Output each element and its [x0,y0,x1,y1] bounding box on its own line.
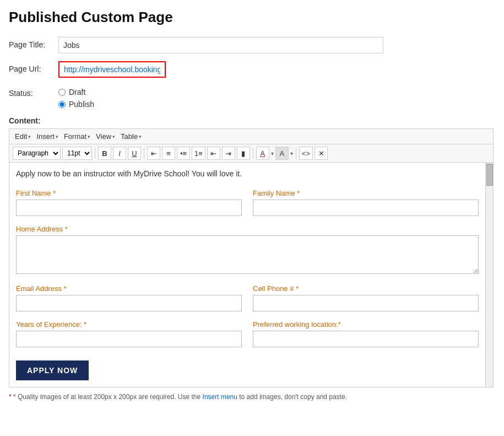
toolbar-divider-3 [253,148,253,159]
menu-insert[interactable]: Insert ▾ [34,131,61,142]
page-url-label: Page Url: [9,61,58,73]
format-chevron-icon: ▾ [88,134,90,139]
bullets-button[interactable]: •≡ [177,147,190,160]
email-phone-row: Email Address * Cell Phone # * [16,284,479,311]
status-label: Status: [9,85,58,98]
font-color-chevron[interactable]: ▾ [271,150,274,157]
editor-wrapper: Edit ▾ Insert ▾ Format ▾ View ▾ Table ▾ … [9,128,494,387]
page-main-title: Published Custom Page [9,9,495,26]
status-draft-label: Draft [69,88,85,96]
working-location-field[interactable] [253,331,479,347]
status-publish-option[interactable]: Publish [58,100,495,109]
scrollbar-thumb[interactable] [486,164,493,186]
status-publish-radio[interactable] [58,101,66,108]
menu-table[interactable]: Table ▾ [118,131,144,142]
numbered-button[interactable]: 1≡ [192,147,205,160]
bold-button[interactable]: B [98,147,111,160]
email-col: Email Address * [16,284,242,311]
experience-field[interactable] [16,331,242,347]
content-label: Content: [9,116,495,125]
editor-content[interactable]: Apply now to be an instructor with MyDri… [9,163,485,387]
cell-phone-label: Cell Phone # * [253,284,479,293]
page-url-input[interactable] [58,61,166,78]
bg-color-button[interactable]: A [275,147,289,160]
status-publish-label: Publish [69,100,94,109]
email-field[interactable] [16,295,242,311]
intro-text: Apply now to be an instructor with MyDri… [16,169,479,178]
cell-phone-col: Cell Phone # * [253,284,479,311]
indent-more-button[interactable]: ⇥ [222,147,235,160]
working-location-label: Preferred working location:* [253,320,479,329]
experience-col: Years of Experience: * [16,320,242,347]
apply-now-button[interactable]: APPLY NOW [16,360,89,380]
edit-chevron-icon: ▾ [28,134,31,139]
menu-edit[interactable]: Edit ▾ [13,131,33,142]
block-button[interactable]: ▮ [237,147,250,160]
font-size-select[interactable]: 11pt [62,147,92,160]
home-address-field[interactable] [16,235,479,274]
insert-chevron-icon: ▾ [56,134,58,139]
footer-note-suffix: to add images, don't copy and paste. [237,393,347,401]
table-chevron-icon: ▾ [139,134,142,139]
page-title-input[interactable] [58,37,383,53]
editor-toolbar: Paragraph 11pt B I U ⇤ ≡ •≡ 1≡ ⇤ ⇥ ▮ A ▾… [9,144,493,163]
align-left-button[interactable]: ⇤ [147,147,160,160]
experience-label: Years of Experience: * [16,320,242,329]
location-col: Preferred working location:* [253,320,479,347]
menu-view[interactable]: View ▾ [94,131,117,142]
footer-note: * * Quality images of at least 200px x 2… [9,393,494,401]
first-name-field[interactable] [16,200,242,216]
editor-menubar: Edit ▾ Insert ▾ Format ▾ View ▾ Table ▾ [9,129,493,144]
clear-format-button[interactable]: ✕ [315,147,328,160]
code-button[interactable]: <> [299,147,313,160]
toolbar-divider-2 [144,148,144,159]
font-color-button[interactable]: A [256,147,269,160]
toolbar-divider-1 [95,148,95,159]
experience-location-row: Years of Experience: * Preferred working… [16,320,479,347]
family-name-label: Family Name * [253,189,479,197]
status-draft-option[interactable]: Draft [58,88,495,96]
first-name-col: First Name * [16,189,242,216]
family-name-field[interactable] [253,200,479,216]
home-address-label: Home Address * [16,225,479,233]
address-row: Home Address * [16,225,479,276]
underline-button[interactable]: U [128,147,141,160]
insert-menu-link[interactable]: Insert menu [203,393,237,401]
paragraph-select[interactable]: Paragraph [13,147,61,160]
email-label: Email Address * [16,284,242,293]
bg-color-chevron[interactable]: ▾ [290,150,293,157]
family-name-col: Family Name * [253,189,479,216]
footer-note-prefix: * Quality images of at least 200px x 200… [13,393,203,401]
asterisk-symbol: * [9,393,12,401]
status-draft-radio[interactable] [58,89,66,96]
menu-format[interactable]: Format ▾ [62,131,93,142]
cell-phone-field[interactable] [253,295,479,311]
indent-less-button[interactable]: ⇤ [207,147,220,160]
view-chevron-icon: ▾ [112,134,115,139]
name-row: First Name * Family Name * [16,189,479,216]
italic-button[interactable]: I [113,147,126,160]
align-center-button[interactable]: ≡ [162,147,175,160]
first-name-label: First Name * [16,189,242,197]
page-title-label: Page Title: [9,37,58,49]
toolbar-divider-4 [296,148,296,159]
editor-scrollbar[interactable] [485,163,493,387]
editor-scroll-area: Apply now to be an instructor with MyDri… [9,163,493,387]
